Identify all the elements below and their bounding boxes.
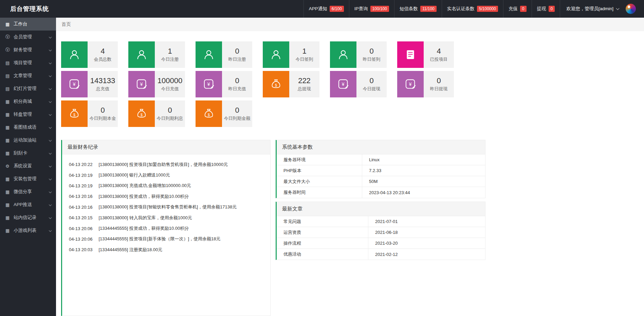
yen-icon: ¥ bbox=[330, 71, 356, 97]
stat-card-1[interactable]: 4会员总数 bbox=[61, 41, 118, 68]
header-stat-4[interactable]: 实名认证条数5/100000 bbox=[442, 0, 503, 18]
stat-card-body: 100000今日充值 bbox=[155, 71, 185, 97]
chevron-down-icon bbox=[49, 49, 52, 51]
wechat-share-icon: ▦ bbox=[5, 189, 14, 194]
article-link[interactable]: 常见问题 bbox=[277, 216, 368, 227]
stat-card-3[interactable]: 0昨日注册 bbox=[196, 41, 252, 68]
svg-text:¥: ¥ bbox=[140, 81, 143, 87]
sidebar-item-label: 财务管理 bbox=[14, 47, 32, 53]
sidebar-item-label: 小游戏列表 bbox=[14, 227, 37, 234]
header-stat-label: 提现 bbox=[537, 6, 546, 12]
stat-card-13[interactable]: $0今日到期本金 bbox=[61, 100, 118, 127]
sidebar-item-5[interactable]: ▤文章管理 bbox=[0, 69, 56, 82]
header-stat-label: 实名认证条数 bbox=[447, 6, 475, 12]
sidebar-item-16[interactable]: ▦站内信记录 bbox=[0, 211, 56, 224]
stat-card-label: 总充值 bbox=[96, 86, 109, 92]
sidebar-item-14[interactable]: ▦微信分享 bbox=[0, 185, 56, 198]
main-layout: ▦工作台Ⓥ会员管理Ⓥ财务管理▤项目管理▤文章管理▤幻灯片管理▦积分商城▦转盘管理… bbox=[0, 18, 644, 316]
stat-card-6[interactable]: 4已投项目 bbox=[397, 41, 454, 68]
user-icon bbox=[196, 41, 222, 68]
chevron-down-icon bbox=[49, 152, 52, 154]
finance-panel-title: 最新财务纪录 bbox=[62, 140, 270, 154]
stat-card-12[interactable]: ¥0昨日提现 bbox=[397, 71, 454, 97]
stat-card-label: 今日到期利息 bbox=[157, 115, 183, 122]
user-avatar[interactable] bbox=[626, 4, 636, 14]
header-stat-5[interactable]: 充值0 bbox=[503, 0, 532, 18]
stat-card-label: 今日到期金额 bbox=[224, 115, 251, 122]
stat-card-value: 0 bbox=[235, 106, 239, 114]
sidebar-item-9[interactable]: ▦看图猜成语 bbox=[0, 121, 56, 134]
table-row: 运营资质2021-06-18 bbox=[277, 227, 485, 238]
record-text: [13800138000] 投资项目[智能饮料零食售货柜单机]，使用余额1713… bbox=[98, 204, 237, 210]
table-row: 操作流程2021-03-20 bbox=[277, 238, 485, 249]
sidebar-item-7[interactable]: ▦积分商城 bbox=[0, 95, 56, 108]
header-stat-1[interactable]: APP通知6/100 bbox=[303, 0, 349, 18]
sidebar-item-3[interactable]: Ⓥ财务管理 bbox=[0, 43, 56, 56]
user-icon bbox=[61, 41, 88, 68]
points-mall-icon: ▦ bbox=[5, 99, 14, 104]
stat-card-value: 4 bbox=[100, 47, 105, 55]
stat-card-9[interactable]: ¥0昨日充值 bbox=[196, 71, 252, 97]
sidebar-item-6[interactable]: ▤幻灯片管理 bbox=[0, 82, 56, 95]
stat-card-10[interactable]: $222总提现 bbox=[263, 71, 319, 97]
stat-card-8[interactable]: ¥100000今日充值 bbox=[128, 71, 185, 97]
chevron-down-icon bbox=[49, 126, 52, 129]
sidebar-item-17[interactable]: ▦小游戏列表 bbox=[0, 224, 56, 237]
table-row: PHP版本7.2.33 bbox=[277, 165, 485, 176]
record-time: 04-13 20:06 bbox=[69, 226, 92, 231]
sidebar-item-label: 会员管理 bbox=[14, 34, 32, 40]
chevron-down-icon bbox=[49, 229, 52, 232]
svg-text:¥: ¥ bbox=[342, 81, 345, 87]
header-stat-label: APP通知 bbox=[309, 6, 327, 12]
sidebar-item-label: 刮刮卡 bbox=[14, 150, 27, 156]
stat-card-5[interactable]: 0昨日签到 bbox=[330, 41, 387, 68]
sidebar-item-11[interactable]: ▦刮刮卡 bbox=[0, 147, 56, 160]
finance-icon: Ⓥ bbox=[5, 47, 14, 53]
sidebar-item-10[interactable]: ▦运动加油站 bbox=[0, 134, 56, 147]
stat-card-value: 100000 bbox=[158, 76, 182, 85]
sidebar-item-15[interactable]: ▦APP推送 bbox=[0, 198, 56, 211]
table-cell-label: PHP版本 bbox=[277, 165, 362, 176]
article-link[interactable]: 优惠活动 bbox=[277, 249, 368, 260]
stat-card-4[interactable]: 1今日签到 bbox=[263, 41, 319, 68]
articles-table: 常见问题2021-07-01运营资质2021-06-18操作流程2021-03-… bbox=[277, 216, 485, 260]
header-stat-2[interactable]: IP查询100/100 bbox=[349, 0, 394, 18]
table-cell-value: Linux bbox=[362, 154, 380, 165]
finance-record: 04-13 20:19[13800138000] 银行入款赠送1000元 bbox=[69, 170, 263, 180]
table-cell-value: 2021-03-20 bbox=[368, 238, 398, 248]
stat-card-2[interactable]: 1今日注册 bbox=[128, 41, 185, 68]
breadcrumb-home[interactable]: 首页 bbox=[61, 21, 71, 27]
app-title: 后台管理系统 bbox=[0, 5, 56, 13]
article-link[interactable]: 运营资质 bbox=[277, 227, 368, 238]
table-cell-value: 2021-02-12 bbox=[368, 249, 398, 260]
article-link[interactable]: 操作流程 bbox=[277, 238, 368, 248]
stat-cards-grid: 4会员总数1今日注册0昨日注册1今日签到0昨日签到4已投项目¥143133总充值… bbox=[61, 41, 639, 127]
table-cell-label: 最大文件大小 bbox=[277, 176, 362, 187]
stat-card-body: 0昨日充值 bbox=[222, 71, 252, 97]
stat-card-value: 4 bbox=[437, 47, 441, 55]
stat-card-label: 今日注册 bbox=[161, 56, 179, 62]
sidebar-item-13[interactable]: ▦安装包管理 bbox=[0, 172, 56, 185]
header-stat-badge: 100/100 bbox=[370, 6, 389, 12]
sidebar-item-8[interactable]: ▦转盘管理 bbox=[0, 108, 56, 121]
header-stat-label: 短信条数 bbox=[400, 6, 418, 12]
user-menu[interactable]: 欢迎您，管理员[admin] bbox=[560, 0, 625, 18]
sidebar-item-12[interactable]: ⚙系统设置 bbox=[0, 160, 56, 172]
stat-card-14[interactable]: $0今日到期利息 bbox=[128, 100, 185, 127]
stat-card-7[interactable]: ¥143133总充值 bbox=[61, 71, 118, 97]
sidebar-item-label: APP推送 bbox=[14, 202, 32, 208]
stat-card-15[interactable]: $0今日到期金额 bbox=[196, 100, 252, 127]
stat-card-label: 今日签到 bbox=[296, 56, 313, 62]
articles-icon: ▤ bbox=[5, 73, 14, 78]
header-stat-3[interactable]: 短信条数11/100 bbox=[394, 0, 442, 18]
stat-card-11[interactable]: ¥0今日提现 bbox=[330, 71, 387, 97]
moneybag-icon: $ bbox=[128, 100, 155, 127]
header-stat-6[interactable]: 提现0 bbox=[532, 0, 560, 18]
table-row: 最大文件大小50M bbox=[277, 176, 485, 187]
table-row: 优惠活动2021-02-12 bbox=[277, 249, 485, 260]
sidebar-item-4[interactable]: ▤项目管理 bbox=[0, 56, 56, 69]
sidebar-item-2[interactable]: Ⓥ会员管理 bbox=[0, 31, 56, 43]
sidebar-item-1[interactable]: ▦工作台 bbox=[0, 18, 56, 31]
stat-card-body: 0今日到期金额 bbox=[222, 100, 252, 127]
svg-text:$: $ bbox=[73, 113, 75, 117]
